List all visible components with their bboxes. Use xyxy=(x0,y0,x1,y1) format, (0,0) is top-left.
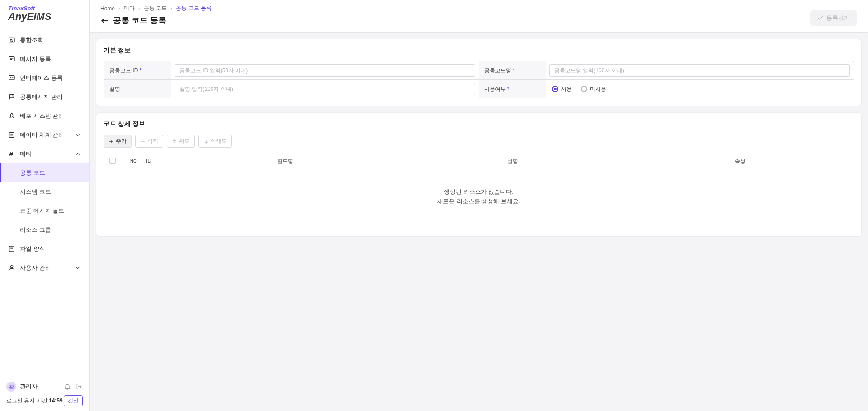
label-use: 사용여부* xyxy=(479,80,546,98)
nav-label: 데이터 체계 관리 xyxy=(20,131,64,139)
refresh-button[interactable]: 갱신 xyxy=(64,395,83,406)
nav-label: 인터페이스 등록 xyxy=(20,74,63,82)
brand-product: AnyEIMS xyxy=(8,11,81,22)
input-code-name[interactable] xyxy=(549,64,850,77)
arrow-down-icon xyxy=(203,139,209,144)
nav-item-search[interactable]: 통합조회 xyxy=(0,31,89,50)
radio-icon xyxy=(581,86,587,92)
nav-label: 메시지 등록 xyxy=(20,55,51,63)
col-attr: 속성 xyxy=(627,158,854,165)
avatar: 관 xyxy=(6,382,16,392)
nav-label: 배포 시스템 관리 xyxy=(20,112,64,120)
nav-label: 메타 xyxy=(20,150,32,158)
topbar: Home › 메타 › 공통 코드 › 공통 코드 등록 공통 코드 등록 등록… xyxy=(90,0,868,33)
nav-item-common-msg[interactable]: 공통메시지 관리 xyxy=(0,88,89,107)
col-field: 필드명 xyxy=(171,158,399,165)
content: 기본 정보 공통코드 ID* 공통코드명* xyxy=(90,33,868,411)
card-title: 기본 정보 xyxy=(104,47,854,55)
radio-use-on[interactable]: 사용 xyxy=(552,85,572,93)
submit-button[interactable]: 등록하기 xyxy=(810,10,857,26)
sidebar: TmaxSoft AnyEIMS 통합조회 메시지 등록 xyxy=(0,0,90,411)
meta-icon xyxy=(8,150,15,158)
col-no: No xyxy=(122,158,144,165)
svg-line-2 xyxy=(12,41,13,42)
nav-item-deploy[interactable]: 배포 시스템 관리 xyxy=(0,107,89,126)
crumb-code[interactable]: 공통 코드 xyxy=(144,5,167,12)
nav-label: 공통메시지 관리 xyxy=(20,93,63,101)
nav-label: 파일 양식 xyxy=(20,245,45,253)
plus-icon xyxy=(108,139,114,144)
nav: 통합조회 메시지 등록 인터페이스 등록 xyxy=(0,28,89,375)
chevron-down-icon xyxy=(75,265,81,271)
move-down-button[interactable]: 아래로 xyxy=(198,135,232,148)
empty-state: 생성된 리소스가 없습니다. 새로운 리소스를 생성해 보세요. xyxy=(104,169,854,229)
chevron-right-icon: › xyxy=(170,5,172,12)
label-desc: 설명 xyxy=(104,80,171,98)
chevron-right-icon: › xyxy=(118,5,120,12)
logo: TmaxSoft AnyEIMS xyxy=(0,0,89,28)
nav-item-interface-reg[interactable]: 인터페이스 등록 xyxy=(0,69,89,88)
input-code-id[interactable] xyxy=(175,64,475,77)
chevron-down-icon xyxy=(75,132,81,138)
input-desc[interactable] xyxy=(175,83,475,95)
nav-item-meta[interactable]: 메타 xyxy=(0,145,89,163)
bell-icon[interactable] xyxy=(64,383,71,390)
user-name: 관리자 xyxy=(20,383,38,391)
back-arrow-icon[interactable] xyxy=(100,16,108,24)
delete-button[interactable]: 삭제 xyxy=(135,135,163,148)
nav-sub-system-code[interactable]: 시스템 코드 xyxy=(0,182,89,201)
label-code-id: 공통코드 ID* xyxy=(104,61,171,79)
chevron-up-icon xyxy=(75,151,81,157)
minus-icon xyxy=(140,139,146,144)
breadcrumb: Home › 메타 › 공통 코드 › 공통 코드 등록 xyxy=(100,5,212,12)
check-icon xyxy=(817,15,824,21)
crumb-meta[interactable]: 메타 xyxy=(124,5,135,12)
select-all-checkbox[interactable] xyxy=(109,158,116,164)
message-icon xyxy=(8,56,15,63)
nav-item-user-mgmt[interactable]: 사용자 관리 xyxy=(0,258,89,277)
table-header: No ID 필드명 설명 속성 xyxy=(104,154,854,169)
data-icon xyxy=(8,131,15,139)
nav-item-message-reg[interactable]: 메시지 등록 xyxy=(0,50,89,69)
svg-point-1 xyxy=(10,39,12,41)
file-icon xyxy=(8,245,15,252)
nav-sub-resource-group[interactable]: 리소스 그룹 xyxy=(0,220,89,239)
crumb-current: 공통 코드 등록 xyxy=(176,5,212,12)
label-code-name: 공통코드명* xyxy=(479,61,546,79)
move-up-button[interactable]: 위로 xyxy=(167,135,195,148)
crumb-home[interactable]: Home xyxy=(100,5,115,12)
arrow-up-icon xyxy=(172,139,177,144)
nav-item-data-system[interactable]: 데이터 체계 관리 xyxy=(0,126,89,145)
search-icon xyxy=(8,37,15,44)
interface-icon xyxy=(8,75,15,82)
add-button[interactable]: 추가 xyxy=(104,135,132,148)
nav-sub-common-code[interactable]: 공통 코드 xyxy=(0,163,89,182)
nav-label: 통합조회 xyxy=(20,36,43,44)
sidebar-footer: 관 관리자 로그인 유지 시간:14:59 갱신 xyxy=(0,375,89,411)
card-detail-info: 코드 상세 정보 추가 삭제 위로 아래로 xyxy=(96,112,862,237)
session-info: 로그인 유지 시간:14:59 xyxy=(6,397,63,405)
radio-icon xyxy=(552,86,558,92)
col-desc: 설명 xyxy=(399,158,626,165)
rocket-icon xyxy=(8,112,15,120)
flag-icon xyxy=(8,93,15,101)
col-id: ID xyxy=(144,158,171,165)
chevron-right-icon: › xyxy=(138,5,140,12)
nav-sub-std-msg-field[interactable]: 표준 메시지 필드 xyxy=(0,201,89,220)
nav-label: 사용자 관리 xyxy=(20,264,51,272)
radio-use-off[interactable]: 미사용 xyxy=(581,85,606,93)
nav-item-file-format[interactable]: 파일 양식 xyxy=(0,239,89,258)
card-title: 코드 상세 정보 xyxy=(104,120,854,128)
logout-icon[interactable] xyxy=(75,383,83,390)
card-basic-info: 기본 정보 공통코드 ID* 공통코드명* xyxy=(96,39,862,106)
page-title: 공통 코드 등록 xyxy=(113,15,166,26)
svg-point-15 xyxy=(10,266,13,268)
svg-rect-6 xyxy=(9,76,14,80)
main: Home › 메타 › 공통 코드 › 공통 코드 등록 공통 코드 등록 등록… xyxy=(90,0,868,411)
svg-rect-3 xyxy=(9,57,14,61)
user-icon xyxy=(8,264,15,271)
